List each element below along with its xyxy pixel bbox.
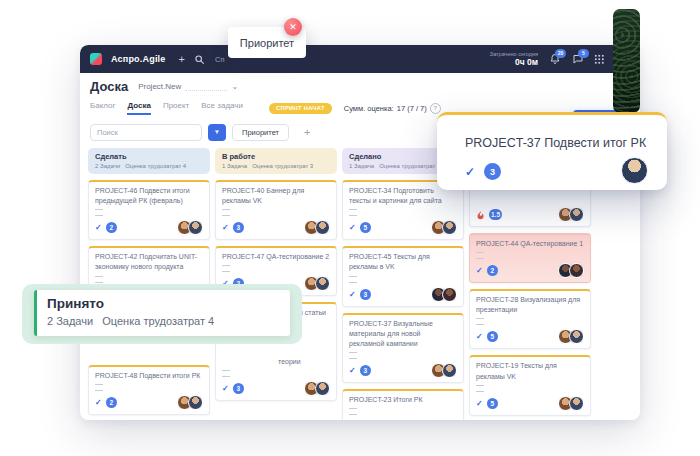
task-card[interactable]: PROJECT-19 Тексты для рекламы VK✓5 [469,355,591,415]
column-cards: PROJECT-34 Подготовить тексты и картинки… [342,180,464,420]
check-icon: ✓ [476,399,483,408]
card-status: ✓2 [476,265,498,276]
priority-filter-button[interactable]: Приоритет [232,124,289,141]
messages-count-badge: 5 [578,49,589,58]
assignees [177,395,203,410]
assignees [431,363,457,378]
task-card[interactable]: PROJECT-28 Визуализация для презентации✓… [469,289,591,349]
task-card[interactable]: PROJECT-48 Подвести итоги РК✓2 [88,365,210,415]
check-icon: ✓ [465,165,475,179]
project-select[interactable]: Project.New ⌄ [138,82,238,91]
topbar-menu-item[interactable]: Сп [215,55,224,64]
task-card[interactable]: PROJECT-40 Баннер для рекламы VK✓3 [215,180,337,240]
card-status: ✓5 [476,398,498,409]
description-icon [222,209,230,216]
task-title: PROJECT-42 Подсчитать UNIT-экономику нов… [95,252,203,272]
check-icon: ✓ [349,366,356,375]
estimate-badge: 3 [360,289,371,300]
card-footer: ✓5 [349,419,457,420]
search-icon[interactable] [194,53,206,65]
column-title: В работе [222,152,330,161]
filter-button[interactable] [208,124,226,141]
top-navigation-bar: Аспро.Agile + Сп Затрачено сегодня 0ч 0м… [80,45,640,73]
task-card[interactable]: PROJECT-46 Подвести итоги предыдущей РК … [88,180,210,240]
overdue-icon [476,210,485,220]
score-value: 17 (7 / 7) [397,104,427,113]
estimate-badge: 5 [487,398,498,409]
help-icon[interactable]: ? [430,103,441,114]
column-header[interactable]: Сделать2 Задачи Оценка трудозатрат 4 [88,148,210,174]
check-icon: ✓ [349,223,356,232]
avatar-man [569,207,584,222]
description-icon [222,370,230,377]
board-tabs: БаклогДоскаПроектВсе задачи [90,101,243,115]
messages-icon[interactable]: 5 [571,53,584,66]
task-card[interactable]: PROJECT-37 Визуальные материалы для ново… [342,313,464,383]
score-label: Сумм. оценка: [344,104,394,113]
check-icon: ✓ [95,398,102,407]
tab-Баклог[interactable]: Баклог [90,101,115,115]
description-icon [95,384,103,391]
card-status: 1.5 [476,209,502,220]
tab-Проект[interactable]: Проект [163,101,189,115]
task-overlay-title: PROJECT-37 Подвести итог РК [465,136,646,150]
estimate-badge: 3 [233,222,244,233]
estimate-badge: 2 [106,222,117,233]
avatar-man [188,220,203,235]
estimate-badge: 1.5 [489,209,502,220]
card-footer: ✓3 [349,363,457,378]
check-icon: ✓ [95,223,102,232]
task-card[interactable]: PROJECT-23 Итоги РК✓5 [342,389,464,420]
tab-Все задачи[interactable]: Все задачи [201,101,243,115]
card-footer: ✓2 [95,395,203,410]
description-icon [349,276,357,283]
task-title: PROJECT-23 Итоги РК [349,395,457,405]
card-footer: ✓5 [349,220,457,235]
time-tracker: Затрачено сегодня 0ч 0м [490,51,538,68]
task-card-overlay[interactable]: PROJECT-37 Подвести итог РК ✓ 3 [437,112,667,190]
avatar-woman-dark [442,287,457,302]
avatar-man [621,157,648,184]
page-title: Доска [90,79,128,94]
search-input[interactable] [90,124,202,141]
description-icon [476,318,484,325]
accepted-subtitle: 2 Задачи Оценка трудозатрат 4 [47,315,280,327]
column-meta: 2 Задачи Оценка трудозатрат 4 [95,163,203,169]
apps-grid-icon[interactable] [594,54,604,64]
accepted-title: Принято [47,296,280,311]
app-name: Аспро.Agile [111,54,166,64]
card-footer: ✓2 [95,220,203,235]
avatar-man [188,395,203,410]
close-icon[interactable]: ✕ [284,18,302,36]
card-footer: ✓3 [222,220,330,235]
score-summary: Сумм. оценка: 17 (7 / 7) ? [344,103,441,114]
plus-icon[interactable]: + [179,54,185,65]
task-card[interactable]: PROJECT-44 QA-тестирование 1✓2 [469,233,591,283]
description-icon [95,276,103,283]
card-status: ✓3 [222,383,244,394]
description-icon [349,408,357,415]
avatar-man [442,363,457,378]
assignees [304,276,330,291]
column-header[interactable]: В работе1 Задача Оценка трудозатрат 3 [215,148,337,174]
card-status: ✓2 [95,222,117,233]
notifications-bell-icon[interactable]: 20 [548,53,561,66]
task-card[interactable]: PROJECT-45 Тексты для рекламы в VK✓3 [342,246,464,306]
description-icon [349,352,357,359]
description-icon [476,252,484,259]
accepted-tooltip: Принято 2 Задачи Оценка трудозатрат 4 [22,284,302,344]
card-status: ✓5 [476,331,498,342]
card-status: ✓3 [222,222,244,233]
add-filter-button[interactable]: + [298,126,316,139]
assignees [431,419,457,420]
avatar-man [442,220,457,235]
tab-Доска[interactable]: Доска [127,101,150,115]
project-name: Project.New [138,82,181,91]
assignees [431,287,457,302]
check-icon: ✓ [222,384,229,393]
assignees [558,396,584,411]
check-icon: ✓ [222,223,229,232]
task-title: PROJECT-40 Баннер для рекламы VK [222,186,330,206]
estimate-badge: 3 [233,383,244,394]
column-meta: 1 Задача Оценка трудозатрат 3 [222,163,330,169]
